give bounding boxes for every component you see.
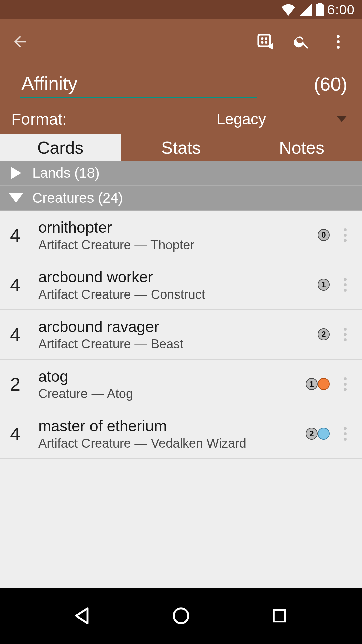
tabs: Cards Stats Notes bbox=[0, 134, 362, 161]
signal-icon bbox=[299, 3, 312, 16]
card-type: Artifact Creature — Beast bbox=[38, 337, 318, 352]
tab-cards[interactable]: Cards bbox=[0, 134, 121, 161]
life-counter-button[interactable] bbox=[247, 28, 284, 56]
card-row[interactable]: 4arcbound ravagerArtifact Creature — Bea… bbox=[0, 310, 362, 360]
mana-cost: 1 bbox=[306, 378, 330, 390]
nav-home-button[interactable] bbox=[161, 596, 201, 636]
wifi-icon bbox=[281, 3, 296, 16]
card-menu-button[interactable] bbox=[337, 373, 353, 395]
svg-point-4 bbox=[265, 41, 267, 44]
svg-point-1 bbox=[261, 37, 263, 40]
card-name: ornithopter bbox=[38, 218, 318, 236]
card-menu-button[interactable] bbox=[337, 423, 353, 444]
mana-cost: 2 bbox=[306, 428, 330, 440]
mana-pip: 1 bbox=[306, 378, 318, 390]
mana-cost: 1 bbox=[318, 279, 330, 291]
section-label: Creatures (24) bbox=[32, 190, 123, 206]
search-button[interactable] bbox=[284, 28, 320, 56]
back-button[interactable] bbox=[6, 28, 34, 56]
card-list: Lands (18) Creatures (24) 4ornithopterAr… bbox=[0, 161, 362, 588]
nav-recent-button[interactable] bbox=[259, 596, 299, 636]
card-name: arcbound worker bbox=[38, 268, 318, 286]
card-count: (60) bbox=[314, 73, 347, 95]
battery-icon bbox=[316, 3, 324, 16]
nav-back-button[interactable] bbox=[63, 596, 103, 636]
section-label: Lands (18) bbox=[32, 165, 100, 181]
overflow-icon bbox=[344, 377, 347, 391]
card-menu-button[interactable] bbox=[337, 324, 353, 345]
card-type: Creature — Atog bbox=[38, 387, 306, 401]
card-qty: 4 bbox=[10, 224, 38, 246]
card-type: Artifact Creature — Vedalken Wizard bbox=[38, 436, 306, 451]
collapse-icon bbox=[6, 193, 26, 203]
card-qty: 2 bbox=[10, 373, 38, 395]
section-lands[interactable]: Lands (18) bbox=[0, 161, 362, 186]
svg-point-3 bbox=[261, 41, 263, 44]
overflow-icon bbox=[344, 228, 347, 242]
svg-point-5 bbox=[174, 608, 188, 623]
card-name: arcbound ravager bbox=[38, 318, 318, 336]
card-row[interactable]: 4ornithopterArtifact Creature — Thopter0 bbox=[0, 211, 362, 260]
overflow-icon bbox=[344, 328, 347, 341]
section-creatures[interactable]: Creatures (24) bbox=[0, 186, 362, 211]
card-menu-button[interactable] bbox=[337, 274, 353, 296]
mana-pip: 2 bbox=[318, 328, 330, 340]
chevron-down-icon bbox=[337, 116, 347, 122]
mana-pip bbox=[318, 428, 330, 440]
mana-cost: 2 bbox=[318, 328, 330, 340]
format-label: Format: bbox=[11, 110, 67, 128]
tab-notes[interactable]: Notes bbox=[241, 134, 362, 161]
mana-pip bbox=[318, 378, 330, 390]
card-qty: 4 bbox=[10, 423, 38, 445]
card-qty: 4 bbox=[10, 324, 38, 345]
card-type: Artifact Creature — Thopter bbox=[38, 238, 318, 252]
card-qty: 4 bbox=[10, 274, 38, 296]
format-value: Legacy bbox=[217, 110, 266, 128]
status-bar: 6:00 bbox=[0, 0, 362, 19]
expand-icon bbox=[6, 167, 26, 179]
overflow-icon bbox=[344, 427, 347, 441]
card-row[interactable]: 4arcbound workerArtifact Creature — Cons… bbox=[0, 260, 362, 310]
android-nav-bar bbox=[0, 588, 362, 644]
overflow-menu-button[interactable] bbox=[320, 28, 356, 56]
mana-pip: 0 bbox=[318, 229, 330, 241]
mana-pip: 1 bbox=[318, 279, 330, 291]
format-dropdown[interactable]: Legacy bbox=[217, 110, 347, 128]
card-name: atog bbox=[38, 367, 306, 385]
svg-rect-0 bbox=[258, 35, 270, 46]
status-time: 6:00 bbox=[327, 2, 355, 17]
card-name: master of etherium bbox=[38, 417, 306, 435]
svg-rect-6 bbox=[274, 610, 285, 621]
tab-stats[interactable]: Stats bbox=[121, 134, 241, 161]
card-row[interactable]: 2atogCreature — Atog1 bbox=[0, 360, 362, 409]
overflow-icon bbox=[337, 35, 340, 49]
app-bar: (60) Format: Legacy Cards Stats Notes bbox=[0, 19, 362, 161]
card-type: Artifact Creature — Construct bbox=[38, 287, 318, 302]
card-row[interactable]: 4master of etheriumArtifact Creature — V… bbox=[0, 409, 362, 459]
svg-point-2 bbox=[265, 37, 267, 40]
overflow-icon bbox=[344, 278, 347, 292]
mana-cost: 0 bbox=[318, 229, 330, 241]
mana-pip: 2 bbox=[306, 428, 318, 440]
card-menu-button[interactable] bbox=[337, 224, 353, 246]
deck-name-input[interactable] bbox=[20, 69, 257, 98]
